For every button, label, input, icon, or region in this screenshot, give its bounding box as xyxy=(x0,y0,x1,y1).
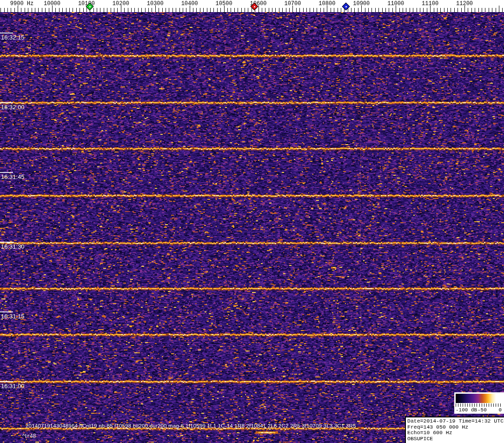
cursor-note: ^t+48 xyxy=(22,433,36,439)
time-label: 16:32:00 xyxy=(1,104,25,111)
time-tick xyxy=(0,33,13,33)
marker-center-dot xyxy=(254,6,255,7)
marker-center-dot xyxy=(89,6,91,7)
red-diamond-marker[interactable] xyxy=(251,3,258,10)
time-label: 16:31:45 xyxy=(1,173,25,180)
colorbar-legend: -100 dB -50 0 xyxy=(454,392,504,414)
info-line-station: OBSUPICE xyxy=(407,436,503,442)
colorbar-label-max: 0 xyxy=(498,407,502,413)
time-tick xyxy=(0,381,13,382)
time-label: 16:31:00 xyxy=(1,383,25,390)
detection-annotation: 20140719143048964 hCnt19 nb-85 f10598 bi… xyxy=(26,423,356,429)
info-box: Date=2014-07-19 Time=14:32 UTC Freq=143 … xyxy=(405,417,504,443)
colorbar-label-min: -100 dB xyxy=(456,407,477,413)
colorbar-label-mid: -50 xyxy=(477,407,487,413)
colorbar-gradient xyxy=(456,394,503,403)
time-label: 16:31:15 xyxy=(1,313,25,320)
info-line-datetime: Date=2014-07-19 Time=14:32 UTC xyxy=(407,418,503,424)
blue-diamond-marker[interactable] xyxy=(342,3,350,10)
spectrogram-canvas[interactable] xyxy=(0,0,504,443)
time-tick xyxy=(0,242,13,243)
colorbar-ticks xyxy=(456,403,503,407)
time-label: 16:31:30 xyxy=(1,243,25,250)
info-line-echo: Echo=10 600 Hz xyxy=(407,430,503,436)
marker-center-dot xyxy=(345,6,347,7)
colorbar-labels: -100 dB -50 0 xyxy=(454,407,504,413)
time-tick xyxy=(0,172,13,173)
time-tick xyxy=(0,102,13,103)
time-label: 16:32:15 xyxy=(1,34,25,41)
spectrogram-window: 9900 Hz100001010010200103001040010500106… xyxy=(0,0,504,443)
green-diamond-marker[interactable] xyxy=(86,3,93,10)
time-tick xyxy=(0,311,13,312)
